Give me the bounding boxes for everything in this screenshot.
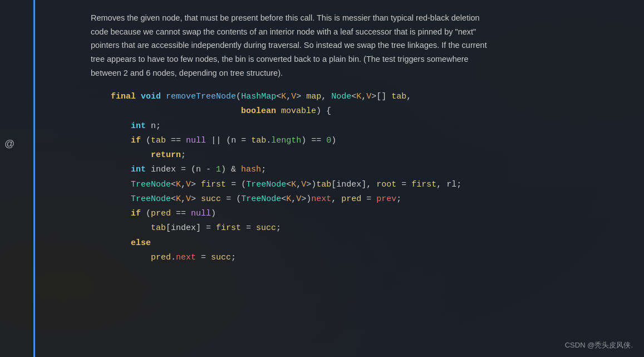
code-line-4: if (tab == null || (n = tab.length) == 0… <box>91 134 633 148</box>
code-line-1: final void removeTreeNode(HashMap<K,V> m… <box>91 90 633 104</box>
code-line-8: TreeNode<K,V> succ = (TreeNode<K,V>)next… <box>91 192 633 207</box>
code-line-7: TreeNode<K,V> first = (TreeNode<K,V>)tab… <box>91 178 633 192</box>
code-line-10: tab[index] = first = succ; <box>91 221 633 236</box>
left-accent-bar <box>33 0 35 357</box>
code-line-2: boolean movable) { <box>91 104 633 119</box>
code-panel: Removes the given node, that must be pre… <box>35 0 644 357</box>
code-line-11: else <box>91 236 633 251</box>
code-line-5: return; <box>91 148 633 163</box>
code-line-3: int n; <box>91 119 633 134</box>
code-line-6: int index = (n - 1) & hash; <box>91 163 633 177</box>
code-line-12: pred.next = succ; <box>91 251 633 265</box>
watermark: CSDN @秃头皮风侠. <box>565 340 633 350</box>
at-symbol: @ <box>4 138 14 150</box>
code-line-9: if (pred == null) <box>91 207 633 221</box>
comment-block: Removes the given node, that must be pre… <box>91 11 491 80</box>
